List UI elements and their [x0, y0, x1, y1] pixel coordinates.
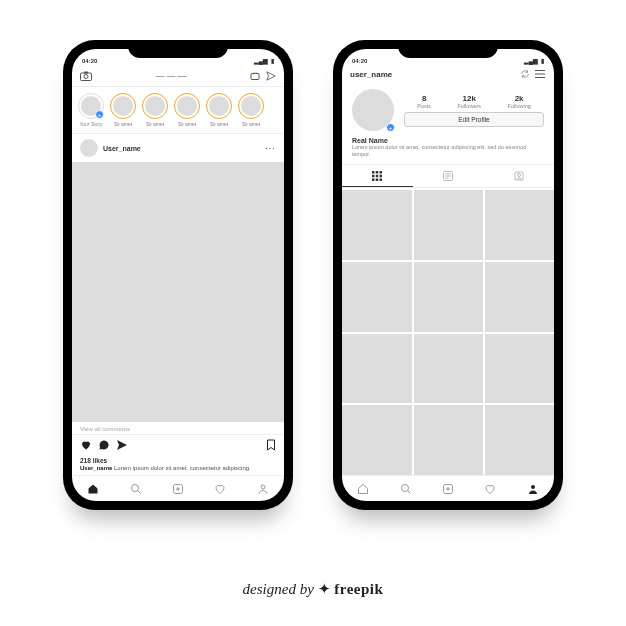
add-post-icon[interactable]	[172, 483, 184, 495]
story-item[interactable]: Sit amet	[174, 93, 200, 127]
profile-nav-icon[interactable]	[527, 483, 539, 495]
refresh-icon[interactable]	[520, 69, 530, 79]
stat-item[interactable]: 8Posts	[417, 94, 431, 109]
grid-tile[interactable]	[485, 334, 554, 404]
stat-item[interactable]: 12kFollowers	[457, 94, 481, 109]
grid-tile[interactable]	[342, 334, 412, 404]
comment-icon[interactable]	[98, 439, 110, 451]
activity-icon[interactable]	[214, 483, 226, 495]
signal-icon: ▂▄▆	[524, 57, 538, 64]
battery-icon: ▮	[541, 57, 544, 64]
likes-count[interactable]: 218 likes	[72, 455, 284, 464]
svg-rect-13	[372, 178, 375, 181]
grid-tile[interactable]	[414, 190, 484, 260]
story-item[interactable]: Sit amet	[238, 93, 264, 127]
bottom-nav	[72, 475, 284, 501]
svg-rect-8	[376, 171, 379, 174]
grid-tile[interactable]	[485, 262, 554, 332]
profile-bio-text: Lorem ipsum dolor sit amet, consectetur …	[352, 144, 544, 158]
add-post-icon[interactable]	[442, 483, 454, 495]
grid-tile[interactable]	[342, 405, 412, 475]
grid-tile[interactable]	[485, 405, 554, 475]
bookmark-icon[interactable]	[266, 439, 276, 451]
svg-rect-15	[380, 178, 383, 181]
tv-icon[interactable]	[250, 71, 260, 81]
post-username[interactable]: User_name	[103, 145, 260, 152]
activity-icon[interactable]	[484, 483, 496, 495]
home-icon[interactable]	[87, 483, 99, 495]
battery-icon: ▮	[271, 57, 274, 64]
svg-rect-12	[380, 175, 383, 178]
profile-topbar: user_name	[342, 65, 554, 83]
svg-point-18	[517, 174, 520, 177]
profile-stats: 8Posts12kFollowers2kFollowing	[404, 94, 544, 109]
profile-username-top[interactable]: user_name	[350, 70, 516, 79]
view-all-comments[interactable]: View all comments	[72, 422, 284, 434]
stories-tray[interactable]: +Your StorySit ametSit ametSit ametSit a…	[72, 87, 284, 134]
stat-item[interactable]: 2kFollowing	[508, 94, 531, 109]
phone-frame-feed: 04:20 ▂▄▆ ▮ ——— +Your StorySit ametSit a…	[63, 40, 293, 510]
post-image[interactable]	[72, 162, 284, 422]
send-icon[interactable]	[266, 71, 276, 81]
story-item[interactable]: Sit amet	[110, 93, 136, 127]
notch	[398, 40, 498, 58]
tab-tagged[interactable]	[483, 165, 554, 187]
post-actions	[72, 434, 284, 455]
bottom-nav	[342, 475, 554, 501]
profile-real-name: Real Name	[352, 137, 544, 144]
search-nav-icon[interactable]	[130, 483, 142, 495]
svg-point-1	[84, 74, 88, 78]
feed-topbar: ———	[72, 65, 284, 87]
story-item[interactable]: +Your Story	[78, 93, 104, 127]
tab-grid[interactable]	[342, 165, 413, 187]
phone-frame-profile: 04:20 ▂▄▆ ▮ user_name + 8Posts12kFollowe…	[333, 40, 563, 510]
grid-tile[interactable]	[414, 262, 484, 332]
share-icon[interactable]	[116, 439, 128, 451]
profile-bio: Real Name Lorem ipsum dolor sit amet, co…	[342, 135, 554, 164]
svg-point-6	[261, 485, 265, 489]
status-time: 04:20	[352, 58, 367, 64]
svg-rect-2	[84, 71, 88, 73]
post-caption: User_name Lorem ipsum dolor sit amet, co…	[72, 464, 284, 475]
svg-point-4	[131, 484, 138, 491]
menu-icon[interactable]	[534, 69, 546, 79]
more-icon[interactable]: ⋯	[265, 143, 276, 154]
grid-tile[interactable]	[414, 405, 484, 475]
edit-profile-button[interactable]: Edit Profile	[404, 112, 544, 127]
story-item[interactable]: Sit amet	[206, 93, 232, 127]
svg-rect-14	[376, 178, 379, 181]
tab-feed[interactable]	[413, 165, 484, 187]
grid-tile[interactable]	[485, 190, 554, 260]
notch	[128, 40, 228, 58]
svg-rect-7	[372, 171, 375, 174]
search-nav-icon[interactable]	[400, 483, 412, 495]
story-item[interactable]: Sit amet	[142, 93, 168, 127]
svg-rect-11	[376, 175, 379, 178]
post-header: User_name ⋯	[72, 134, 284, 162]
svg-rect-10	[372, 175, 375, 178]
svg-point-19	[401, 484, 408, 491]
svg-rect-9	[380, 171, 383, 174]
profile-grid	[342, 188, 554, 475]
camera-icon[interactable]	[80, 71, 92, 81]
svg-point-21	[531, 485, 535, 489]
credit-line: designed by ✦ freepik	[0, 580, 626, 598]
profile-tabs	[342, 164, 554, 188]
home-icon[interactable]	[357, 483, 369, 495]
svg-rect-3	[251, 73, 259, 79]
heart-icon[interactable]	[80, 439, 92, 451]
grid-tile[interactable]	[414, 334, 484, 404]
grid-tile[interactable]	[342, 190, 412, 260]
signal-icon: ▂▄▆	[254, 57, 268, 64]
logo-placeholder: ———	[155, 71, 188, 81]
profile-nav-icon[interactable]	[257, 483, 269, 495]
grid-tile[interactable]	[342, 262, 412, 332]
post-avatar[interactable]	[80, 139, 98, 157]
status-time: 04:20	[82, 58, 97, 64]
add-story-badge[interactable]: +	[386, 123, 395, 132]
